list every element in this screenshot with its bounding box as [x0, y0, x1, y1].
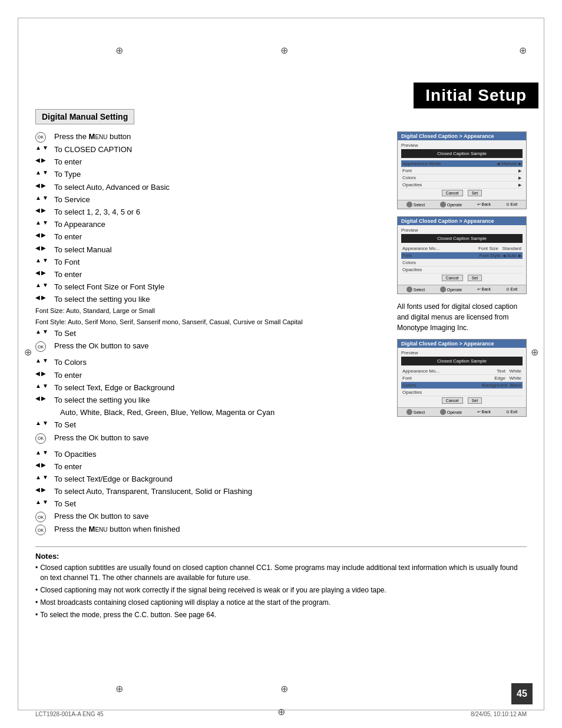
- select-btn: Select: [406, 202, 425, 207]
- leftright-arrows: ◀▶: [35, 245, 54, 251]
- set-button: Set: [468, 397, 482, 404]
- screen-row: Opacities: [401, 389, 523, 396]
- main-content: Digital Manual Setting OK Press the MENU…: [35, 109, 527, 693]
- instruction-text: To enter: [54, 462, 385, 472]
- screen-row: Colors ▶: [401, 174, 523, 182]
- screen-row: Font Font Style ◀ Auto ▶: [401, 252, 523, 259]
- font-size-note: Font Size: Auto, Standard, Large or Smal…: [35, 307, 385, 315]
- instruction-row: ▲▼ To Appearance: [35, 219, 385, 230]
- instruction-row: ▲▼ To Type: [35, 169, 385, 180]
- instruction-text: To Appearance: [54, 219, 385, 230]
- operate-btn: Operate: [440, 202, 462, 207]
- screen-row: Font ▶: [401, 167, 523, 174]
- instruction-row: ▲ ▼ To CLOSED CAPTION: [35, 144, 385, 155]
- instruction-text: Press the MENU button: [54, 131, 385, 142]
- footer-left: LCT1928-001A-A ENG 45: [35, 711, 104, 717]
- leftright-arrows: ◀▶: [35, 207, 54, 213]
- crosshair-top-right: ⊕: [518, 46, 527, 54]
- ok-icon-wrap: OK: [35, 524, 54, 535]
- screen-mockup-3: Digital Closed Caption > Appearance Prev…: [397, 339, 527, 417]
- instruction-text: To CLOSED CAPTION: [54, 144, 385, 155]
- instruction-row: ◀▶ To select Auto, Advanced or Basic: [35, 182, 385, 193]
- screen-row: Colors Background Black: [401, 382, 523, 389]
- screen-footer-1: Select Operate ↩ Back ⊙ Exit: [398, 200, 526, 209]
- page-border-left: [18, 18, 18, 710]
- leftright-arrows: ◀▶: [35, 269, 54, 276]
- ok-button-icon: OK: [35, 341, 46, 352]
- preview-label-1: Preview: [401, 143, 523, 148]
- cancel-set-row: Cancel Set: [401, 396, 523, 405]
- leftright-arrows: ◀▶: [35, 182, 54, 189]
- preview-box-2: Closed Caption Sample: [401, 234, 523, 243]
- instruction-text: To select Font Size or Font Style: [54, 282, 385, 292]
- preview-box-3: Closed Caption Sample: [401, 357, 523, 365]
- note-text: Closed caption subtitles are usually fou…: [40, 563, 527, 583]
- instruction-text: To enter: [54, 370, 385, 381]
- leftright-arrows: ◀▶: [35, 395, 54, 401]
- instruction-text: To select Text/Edge or Background: [54, 474, 385, 485]
- updown-arrows: ▲▼: [35, 420, 54, 426]
- screen-row: Appearance Mo... Text White: [401, 368, 523, 375]
- instruction-text: To Set: [54, 328, 385, 339]
- note-item: • Closed captioning may not work correct…: [35, 585, 527, 595]
- instruction-row: ▲▼ To Font: [35, 257, 385, 268]
- bullet: •: [35, 585, 38, 595]
- instruction-row: ▲▼ To select Text, Edge or Background: [35, 383, 385, 393]
- ok-icon-wrap: OK: [35, 131, 54, 143]
- instruction-row: ◀▶ To enter: [35, 370, 385, 381]
- ok-button-icon: OK: [35, 525, 46, 535]
- preview-label-3: Preview: [401, 350, 523, 355]
- ok-button-icon: OK: [35, 512, 46, 522]
- instruction-text: To select Text, Edge or Background: [54, 383, 385, 393]
- left-column: OK Press the MENU button ▲ ▼ To CLOSED C…: [35, 131, 385, 537]
- select-btn: Select: [406, 409, 425, 415]
- instruction-text: To enter: [54, 269, 385, 280]
- screen-row: Appearance Mo... Font Size Standard: [401, 245, 523, 252]
- cancel-button: Cancel: [442, 275, 463, 281]
- leftright-arrows: ◀ ▶: [35, 157, 54, 163]
- updown-arrows: ▲▼: [35, 357, 54, 364]
- leftright-arrows: ◀▶: [35, 462, 54, 468]
- instruction-text: To enter: [54, 157, 385, 167]
- instruction-row: ▲▼ To Set: [35, 420, 385, 430]
- notes-section: Notes: • Closed caption subtitles are us…: [35, 546, 527, 620]
- instruction-row: ▲▼ To select Text/Edge or Background: [35, 474, 385, 485]
- preview-box-1: Closed Caption Sample: [401, 149, 523, 158]
- instruction-text: To enter: [54, 232, 385, 242]
- two-column-layout: OK Press the MENU button ▲ ▼ To CLOSED C…: [35, 131, 527, 537]
- updown-arrows: ▲ ▼: [35, 144, 54, 151]
- note-item: • Most broadcasts containing closed capt…: [35, 598, 527, 608]
- screen-row: Opacities: [401, 266, 523, 274]
- instruction-row: OK Press the MENU button when finished: [35, 524, 385, 535]
- note-text: To select the mode, press the C.C. butto…: [40, 610, 216, 620]
- screen-body-1: Preview Closed Caption Sample Appearance…: [398, 140, 526, 200]
- instruction-row: ◀▶ To select 1, 2, 3, 4, 5 or 6: [35, 207, 385, 218]
- instruction-text: Press the OK button to save: [54, 433, 385, 443]
- instruction-row: ▲▼ To select Font Size or Font Style: [35, 282, 385, 292]
- updown-arrows: ▲▼: [35, 383, 54, 389]
- instruction-row: ◀▶ To select Manual: [35, 245, 385, 255]
- leftright-arrows: ◀▶: [35, 232, 54, 238]
- back-btn: ↩ Back: [477, 202, 491, 207]
- screen-header-2: Digital Closed Caption > Appearance: [398, 217, 526, 225]
- note-item: • To select the mode, press the C.C. but…: [35, 610, 527, 620]
- side-note-text: All fonts used for digital closed captio…: [397, 301, 527, 333]
- color-options-text: Auto, White, Black, Red, Green, Blue, Ye…: [35, 407, 385, 418]
- updown-arrows: ▲▼: [35, 195, 54, 201]
- instruction-row: ◀ ▶ To enter: [35, 157, 385, 167]
- notes-title: Notes:: [35, 552, 527, 561]
- operate-btn: Operate: [440, 286, 462, 292]
- crosshair-right-mid: ⊕: [530, 348, 538, 356]
- bullet: •: [35, 563, 38, 573]
- preview-label-2: Preview: [401, 228, 523, 233]
- exit-btn: ⊙ Exit: [506, 286, 518, 292]
- screen-header-1: Digital Closed Caption > Appearance: [398, 132, 526, 140]
- screen-row: Font Edge White: [401, 375, 523, 382]
- instruction-row: ▲▼ To Opacities: [35, 449, 385, 460]
- footer-center-crosshair: ⊕: [277, 706, 285, 717]
- note-text: Closed captioning may not work correctly…: [40, 585, 386, 595]
- bullet: •: [35, 598, 38, 608]
- instruction-row: OK Press the MENU button: [35, 131, 385, 143]
- cancel-button: Cancel: [442, 397, 463, 404]
- instruction-row: ▲▼ To Set: [35, 328, 385, 339]
